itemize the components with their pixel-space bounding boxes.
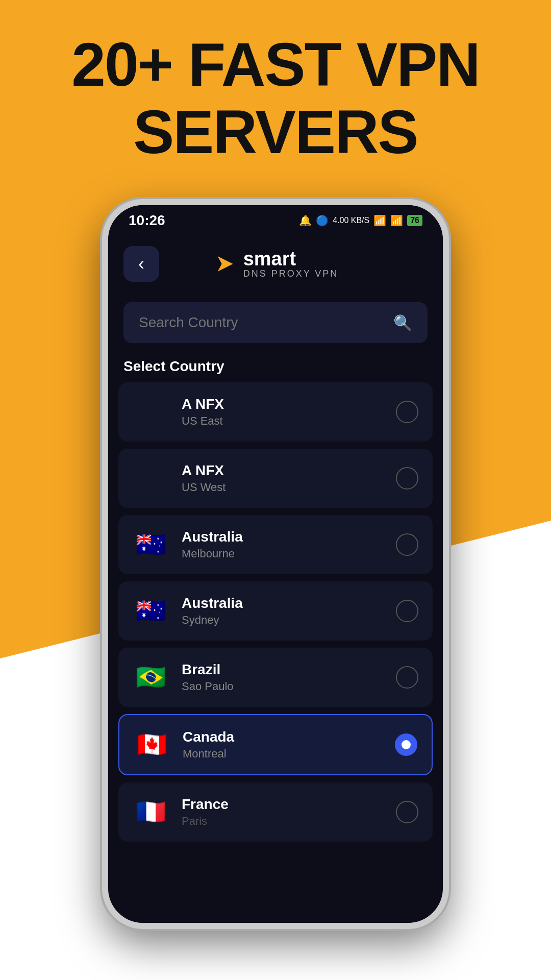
notification-icon: 🔔 — [299, 214, 312, 227]
logo: smart DNS PROXY VPN — [213, 249, 339, 279]
country-item-br-saopaulo[interactable]: 🇧🇷 Brazil Sao Paulo — [118, 648, 433, 707]
status-icons: 🔔 🔵 4.00 KB/S 📶 📶 76 — [299, 214, 422, 227]
radio-inner-ca-montreal — [402, 740, 411, 749]
country-item-au-sydney[interactable]: 🇦🇺 Australia Sydney — [118, 581, 433, 641]
top-bar: ‹ smart DNS PROXY VPN — [108, 236, 443, 292]
battery-indicator: 76 — [407, 215, 422, 226]
data-speed: 4.00 KB/S — [333, 216, 369, 225]
flag-anfx-east — [133, 394, 169, 430]
flag-fr-paris: 🇫🇷 — [133, 794, 169, 830]
logo-icon — [213, 251, 238, 277]
search-bar[interactable]: 🔍 — [123, 302, 428, 343]
phone-frame: 10:26 🔔 🔵 4.00 KB/S 📶 📶 76 ‹ smart — [102, 199, 449, 929]
flag-anfx-west — [133, 460, 169, 497]
flag-ca-montreal: 🇨🇦 — [134, 726, 170, 763]
country-name-anfx-west: A NFX — [182, 462, 396, 479]
country-info-anfx-west: A NFX US West — [182, 462, 396, 494]
radio-anfx-east[interactable] — [396, 401, 418, 423]
country-list: A NFX US East A NFX US West 🇦🇺 — [108, 382, 443, 923]
headline: 20+ FAST VPN SERVERS — [0, 31, 551, 165]
country-info-br-saopaulo: Brazil Sao Paulo — [182, 662, 396, 693]
screen: 10:26 🔔 🔵 4.00 KB/S 📶 📶 76 ‹ smart — [108, 205, 443, 923]
country-item-ca-montreal[interactable]: 🇨🇦 Canada Montreal — [118, 714, 433, 775]
country-city-br-saopaulo: Sao Paulo — [182, 680, 396, 693]
radio-anfx-west[interactable] — [396, 467, 418, 489]
back-icon: ‹ — [138, 255, 144, 273]
back-button[interactable]: ‹ — [123, 246, 159, 282]
country-name-au-sydney: Australia — [182, 595, 396, 611]
bluetooth-icon: 🔵 — [316, 214, 329, 227]
country-name-ca-montreal: Canada — [183, 729, 395, 745]
radio-ca-montreal[interactable] — [395, 733, 417, 756]
status-time: 10:26 — [129, 212, 165, 229]
flag-au-melbourne: 🇦🇺 — [133, 526, 169, 563]
country-info-au-sydney: Australia Sydney — [182, 595, 396, 627]
country-city-au-sydney: Sydney — [182, 614, 396, 627]
country-item-fr-paris[interactable]: 🇫🇷 France Paris — [118, 782, 433, 842]
country-city-ca-montreal: Montreal — [183, 747, 395, 761]
svg-marker-0 — [218, 256, 233, 272]
country-info-fr-paris: France Paris — [182, 796, 396, 828]
flag-au-sydney: 🇦🇺 — [133, 593, 169, 629]
country-name-au-melbourne: Australia — [182, 529, 396, 545]
country-city-anfx-east: US East — [182, 414, 396, 428]
country-item-anfx-west[interactable]: A NFX US West — [118, 449, 433, 508]
logo-sub-text: DNS PROXY VPN — [243, 268, 339, 279]
country-name-anfx-east: A NFX — [182, 396, 396, 412]
status-bar: 10:26 🔔 🔵 4.00 KB/S 📶 📶 76 — [108, 205, 443, 236]
country-item-au-melbourne[interactable]: 🇦🇺 Australia Melbourne — [118, 515, 433, 574]
country-info-anfx-east: A NFX US East — [182, 396, 396, 428]
signal-icon: 📶 — [390, 214, 403, 227]
logo-text: smart DNS PROXY VPN — [243, 249, 339, 279]
search-container: 🔍 — [108, 292, 443, 353]
country-info-au-melbourne: Australia Melbourne — [182, 529, 396, 560]
radio-au-sydney[interactable] — [396, 600, 418, 622]
radio-br-saopaulo[interactable] — [396, 666, 418, 689]
country-name-fr-paris: France — [182, 796, 396, 813]
flag-br-saopaulo: 🇧🇷 — [133, 659, 169, 696]
country-info-ca-montreal: Canada Montreal — [183, 729, 395, 761]
country-item-anfx-east[interactable]: A NFX US East — [118, 382, 433, 442]
radio-fr-paris[interactable] — [396, 801, 418, 823]
wifi-icon: 📶 — [373, 214, 386, 227]
country-city-anfx-west: US West — [182, 481, 396, 494]
country-name-br-saopaulo: Brazil — [182, 662, 396, 678]
radio-au-melbourne[interactable] — [396, 533, 418, 556]
section-label: Select Country — [108, 353, 443, 382]
search-input[interactable] — [139, 314, 393, 331]
search-icon: 🔍 — [393, 314, 412, 332]
country-city-fr-paris: Paris — [182, 815, 396, 828]
logo-smart-text: smart — [243, 249, 339, 268]
country-city-au-melbourne: Melbourne — [182, 547, 396, 560]
